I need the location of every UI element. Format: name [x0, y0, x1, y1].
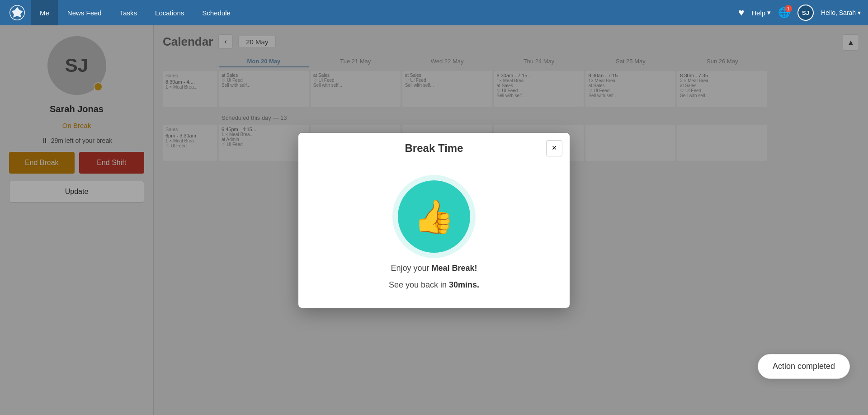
topnav-right: ♥ Help ▾ 🌐 1 SJ Hello, Sarah ▾ — [738, 5, 861, 21]
nav-me[interactable]: Me — [31, 0, 58, 25]
app-logo — [7, 3, 27, 23]
hello-chevron-icon: ▾ — [858, 9, 861, 16]
thumbs-up-icon: 👍 — [414, 200, 454, 233]
help-button[interactable]: Help ▾ — [751, 9, 771, 17]
modal-message-1: Enjoy your Meal Break! — [391, 264, 477, 273]
help-label: Help — [751, 9, 765, 17]
top-navigation: Me News Feed Tasks Locations Schedule ♥ … — [0, 0, 868, 25]
nav-news-feed[interactable]: News Feed — [58, 0, 111, 25]
nav-tasks[interactable]: Tasks — [111, 0, 146, 25]
help-chevron-icon: ▾ — [767, 9, 771, 17]
main-area: SJ Sarah Jonas On Break ⏸ 29m left of yo… — [0, 25, 868, 415]
hello-label: Hello, Sarah — [821, 9, 856, 16]
break-time-modal: Break Time × 👍 Enjoy your Meal Break! Se… — [298, 133, 570, 308]
hello-text[interactable]: Hello, Sarah ▾ — [821, 9, 861, 16]
modal-message-2: See you back in 30mins. — [389, 280, 479, 290]
user-avatar[interactable]: SJ — [797, 5, 814, 21]
favorites-icon[interactable]: ♥ — [738, 7, 744, 19]
modal-msg2-prefix: See you back in — [389, 280, 449, 289]
svg-marker-1 — [11, 7, 23, 17]
modal-header: Break Time × — [298, 133, 570, 162]
modal-overlay: Break Time × 👍 Enjoy your Meal Break! Se… — [0, 25, 868, 415]
modal-title: Break Time — [405, 142, 463, 154]
modal-msg1-prefix: Enjoy your — [391, 264, 431, 273]
toast-message: Action completed — [773, 362, 835, 371]
nav-locations[interactable]: Locations — [146, 0, 193, 25]
modal-msg2-bold: 30mins. — [449, 280, 479, 289]
notification-badge: 1 — [785, 5, 792, 12]
modal-msg1-bold: Meal Break! — [431, 264, 477, 273]
thumbs-up-circle: 👍 — [398, 180, 470, 253]
nav-schedule[interactable]: Schedule — [193, 0, 240, 25]
notifications-button[interactable]: 🌐 1 — [778, 7, 790, 19]
modal-body: 👍 Enjoy your Meal Break! See you back in… — [298, 162, 570, 308]
toast-notification: Action completed — [758, 354, 850, 379]
modal-close-button[interactable]: × — [546, 140, 562, 156]
